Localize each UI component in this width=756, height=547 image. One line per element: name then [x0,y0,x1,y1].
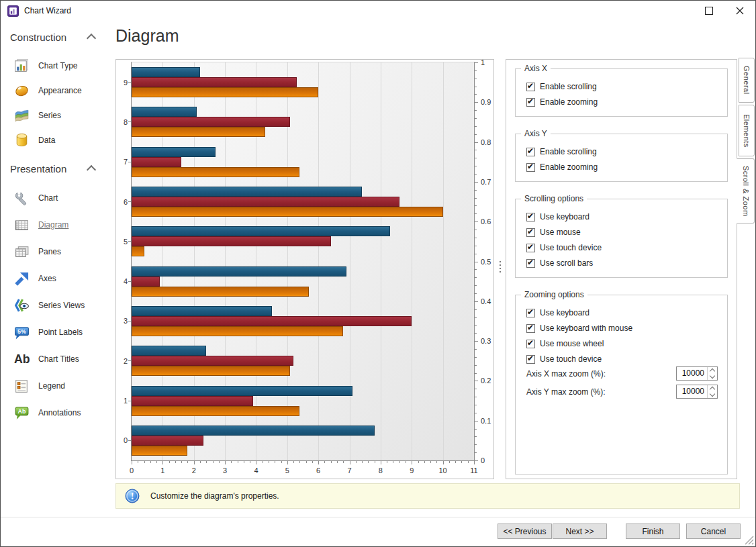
category-tick [128,201,132,202]
spin-value[interactable]: 10000 [677,385,707,398]
x-axis-minor-tick [213,461,214,463]
sidebar-item-data[interactable]: Data [1,128,108,152]
group-box-title: Scrolling options [521,194,587,203]
checkbox-use-touch-device[interactable]: ✔Use touch device [526,354,602,364]
tab-elements[interactable]: Elements [739,105,755,156]
data-icon [13,132,30,149]
checkbox-enable-scrolling[interactable]: ✔Enable scrolling [526,81,597,92]
y2-axis-minor-tick [475,246,477,246]
y2-axis-label: 0.2 [481,377,491,385]
checkbox-enable-zooming[interactable]: ✔Enable zooming [526,97,598,107]
spin-down-button[interactable] [708,392,717,399]
x-axis-minor-tick [269,461,269,463]
maximize-button[interactable] [696,1,722,21]
resize-grip[interactable] [743,534,754,545]
spin-down-button[interactable] [708,374,717,381]
y2-axis-minor-tick [475,309,477,310]
tab-scroll-zoom[interactable]: Scroll & Zoom [737,158,755,223]
group-box-title: Axis X [521,64,551,73]
bar-blue-series-cat2 [132,346,206,356]
previous-button[interactable]: << Previous [498,524,552,539]
chart-preview[interactable]: 98765432100123456789101100.10.20.30.40.5… [115,59,494,479]
spin-editor: 10000 [676,385,718,399]
checkbox-use-keyboard[interactable]: ✔Use keyboard [526,211,589,222]
bar-red-series-cat5 [132,236,331,246]
sidebar-item-panes[interactable]: Panes [1,238,108,265]
sidebar-section-header-construction[interactable]: Construction [10,28,104,46]
sidebar-item-label: Chart Titles [38,354,79,364]
checkbox-use-touch-device[interactable]: ✔Use touch device [526,242,602,253]
y2-axis-minor-tick [475,198,477,199]
finish-button[interactable]: Finish [626,524,680,539]
checkbox-use-keyboard[interactable]: ✔Use keyboard [526,307,589,318]
checkbox-use-scroll-bars[interactable]: ✔Use scroll bars [526,258,593,268]
sidebar-item-chart-type[interactable]: Chart Type [1,53,108,78]
group-box-axis-x: Axis X✔Enable scrolling✔Enable zooming [515,68,728,117]
y2-axis-minor-tick [475,254,477,254]
bar-blue-series-cat6 [132,187,362,197]
app-logo-icon [7,5,19,17]
x-axis-tick [256,461,256,464]
y2-axis-minor-tick [475,134,477,135]
checkbox-enable-scrolling[interactable]: ✔Enable scrolling [526,146,597,157]
sidebar-item-axes[interactable]: Axes [1,265,108,292]
sidebar-item-chart[interactable]: Chart [1,185,108,211]
section-title: Presentation [10,163,88,175]
checkbox-box: ✔ [526,228,535,237]
checkbox-enable-zooming[interactable]: ✔Enable zooming [526,162,598,172]
title-bar[interactable]: Chart Wizard [1,1,755,21]
sidebar-item-series-views[interactable]: Series Views [1,292,108,319]
y2-axis-minor-tick [475,373,477,374]
tab-general[interactable]: General [739,58,755,103]
spin-editor: 10000 [676,366,718,381]
bar-blue-series-cat4 [132,266,346,277]
y2-axis-minor-tick [475,190,477,191]
y2-axis-minor-tick [475,70,477,71]
x-axis-minor-tick [156,461,157,463]
checkbox-use-keyboard-with-mouse[interactable]: ✔Use keyboard with mouse [526,323,632,334]
check-icon: ✔ [527,162,534,171]
x-axis-minor-tick [181,461,182,463]
bar-blue-series-cat0 [132,426,375,436]
checkbox-use-mouse-wheel[interactable]: ✔Use mouse wheel [526,338,604,349]
y2-axis-minor-tick [475,333,477,334]
x-axis-label: 11 [467,466,481,475]
next-button[interactable]: Next >> [553,524,607,539]
y2-axis-minor-tick [475,238,477,238]
x-axis-minor-tick [449,461,450,463]
panel-splitter[interactable] [497,59,505,479]
splitter-grip-icon [500,261,501,275]
y2-axis-minor-tick [475,389,477,389]
close-button[interactable] [727,1,753,21]
checkbox-box: ✔ [526,259,535,268]
sidebar-item-chart-titles[interactable]: AbChart Titles [1,346,108,372]
sidebar-section-header-presentation[interactable]: Presentation [10,159,104,178]
sidebar-item-legend[interactable]: Legend [1,372,108,399]
checkbox-label: Use touch device [540,354,602,364]
category-tick [128,281,132,282]
checkbox-use-mouse[interactable]: ✔Use mouse [526,227,581,238]
sidebar-item-series[interactable]: Series [1,103,108,128]
x-axis-tick [287,461,288,464]
spin-value[interactable]: 10000 [677,367,707,380]
x-axis-tick [318,461,319,464]
x-axis-label: 9 [405,466,418,475]
y2-axis-minor-tick [475,205,477,206]
bar-red-series-cat0 [132,436,203,446]
sidebar-item-appearance[interactable]: Appearance [1,78,108,103]
chart-plot-area: 98765432100123456789101100.10.20.30.40.5… [131,62,475,461]
check-icon: ✔ [527,323,534,332]
category-label: 3 [117,316,128,326]
sidebar-item-annotations[interactable]: AbAnnotations [1,399,108,426]
y2-axis-tick [475,262,478,262]
info-bar-text: Customize the diagram's properties. [150,491,279,501]
sidebar-item-point-labels[interactable]: 5%Point Labels [1,319,108,346]
y2-axis-minor-tick [475,325,477,326]
series-views-icon [13,297,30,314]
svg-text:!: ! [130,491,134,501]
sidebar-item-diagram[interactable]: Diagram [1,211,108,238]
x-axis-minor-tick [293,461,294,463]
x-axis-minor-tick [430,461,431,463]
x-axis-minor-tick [169,461,170,463]
cancel-button[interactable]: Cancel [686,524,741,539]
